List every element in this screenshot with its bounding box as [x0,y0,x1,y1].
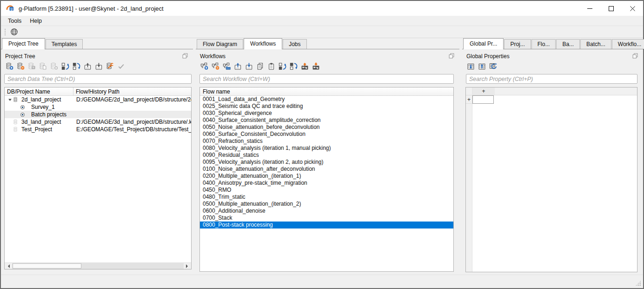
left-dock-titlebar: Project Tree [1,49,193,60]
horizontal-scrollbar[interactable] [5,262,191,269]
workflow-item-0080-velocity-analysis-iteration-1-manual-picking[interactable]: 0080_Velocity_analysis (iteration 1, man… [200,145,453,152]
tab-flow-diagram[interactable]: Flow Diagram [197,39,243,49]
close-button[interactable] [622,1,643,16]
copy-workflow-icon[interactable] [255,62,265,71]
upload-workflow-icon[interactable] [300,62,309,71]
tree-item-label: 3d_land_project [21,119,61,125]
tab-workflows[interactable]: Workflows [244,38,282,49]
workflow-rows: 0001_Load_data_and_Geometry0025_Seismic … [200,96,453,271]
close-database-icon[interactable] [49,62,59,71]
scrollbar-track[interactable] [12,263,184,269]
tree-item-label: Test_Project [21,126,52,133]
status-bar [1,275,643,288]
workflow-item-0800-post-stack-processing[interactable]: 0800_Post-stack processing [200,222,453,229]
workflow-item-0050-noise-attenuation-before-deconvolution[interactable]: 0050_Noise_attenuation_before_deconvolut… [200,124,453,131]
workflow-item-0200-multiple-attenuation-iteration-1[interactable]: 0200_Multiple_attenuation_(iteration_1) [200,173,453,180]
tree-row-2d-land-project[interactable]: 2d_land_projectD:/GEOMAGE/2d_land_projec… [5,96,191,103]
scroll-right-arrow[interactable] [184,263,191,269]
menu-help[interactable]: Help [26,17,46,25]
add-workflow-icon[interactable] [199,62,209,71]
scroll-left-arrow[interactable] [5,263,12,269]
workflow-item-0040-surface-consistent-amplitude-correction[interactable]: 0040_Surface_consistent_amplitude_correc… [200,117,453,124]
tree-row-batch-projects[interactable]: Batch projects [5,111,191,118]
minimize-button[interactable] [579,1,600,16]
expander-icon[interactable] [7,98,13,102]
tab-workflo[interactable]: Workflo... [612,39,644,49]
project-tree-table: DB/Project Name Flow/History Path 2d_lan… [4,87,192,269]
maximize-button[interactable] [600,1,622,16]
tab-project-tree[interactable]: Project Tree [2,38,45,49]
import-workflow-icon[interactable] [233,62,242,71]
workflow-item-0450-rmo[interactable]: 0450_RMO [200,187,453,194]
database-gray-icon [13,119,19,125]
workflow-item-0700-stack[interactable]: 0700_Stack [200,215,453,222]
column-header-db-project-name[interactable]: DB/Project Name [5,87,73,95]
sync-workflow-icon[interactable] [289,62,298,71]
workflow-item-0100-noise-attenuation-after-deconvolution[interactable]: 0100_Noise_attenuation_after_deconvoluti… [200,166,453,173]
tree-item-path: D:/GEOMAGE/2d_land_project/DB/structure/… [73,96,191,103]
grid-corner [466,87,472,95]
duplicate-database-icon[interactable] [38,62,47,71]
import-database-icon[interactable] [83,62,92,71]
search-data-tree-input[interactable] [4,74,192,84]
database-icon [13,97,19,103]
search-workflow-input[interactable] [199,74,454,84]
workflow-item-0030-spherical-divergence[interactable]: 0030_Spherical_divergence [200,110,453,117]
remove-workflow-icon[interactable] [211,62,220,71]
add-column-header[interactable]: + [472,87,495,95]
workflow-item-0070-refraction-statics[interactable]: 0070_Refraction_statics [200,138,453,145]
tab-proj[interactable]: Proj... [504,39,531,49]
tree-row-3d-land-project[interactable]: 3d_land_projectD:/GEOMAGE/3d_land_projec… [5,118,191,126]
validate-icon[interactable] [116,62,126,71]
menu-bar: ToolsHelp [1,16,643,26]
workflow-item-0500-multiple-attenuation-iteration-2[interactable]: 0500_Multiple_attenuation_(iteration_2) [200,201,453,208]
float-panel-icon[interactable] [182,53,189,60]
app-logo-icon: g [6,4,15,13]
open-workflow-icon[interactable] [222,62,231,71]
workflow-item-0600-additional-denoise[interactable]: 0600_Additional_denoise [200,208,453,215]
remove-database-icon[interactable] [16,62,25,71]
tree-row-survey-1[interactable]: Survey_1 [5,103,191,111]
add-database-icon[interactable] [5,62,14,71]
export-database-icon[interactable] [94,62,103,71]
tab-batch[interactable]: Batch... [580,39,611,49]
float-panel-icon[interactable] [632,53,639,60]
reload-properties-icon[interactable] [488,62,498,71]
sync-database-icon[interactable] [72,62,81,71]
radio-icon [20,112,26,118]
property-cell[interactable] [472,95,494,104]
tab-global-pr[interactable]: Global Pr... [463,38,504,49]
reload-workflow-icon[interactable] [278,62,287,71]
workflow-item-0060-surface-consistent-deconvolution[interactable]: 0060_Surface_Consistent_Deconvolution [200,131,453,138]
workflow-item-0095-velocity-analysis-iteration-2-auto-picking[interactable]: 0095_Velocity_analysis (iteration 2, aut… [200,159,453,166]
tab-jobs[interactable]: Jobs [283,39,306,49]
workflow-item-0025-seismic-data-qc-and-trace-editing[interactable]: 0025_Seismic data QC and trace editing [200,103,453,110]
toolbar-drag-handle[interactable] [4,28,7,36]
repair-database-icon[interactable] [105,62,114,71]
globe-icon[interactable] [9,27,19,37]
tab-flo[interactable]: Flo... [531,39,556,49]
tree-row-test-project[interactable]: Test_ProjectE:/GEOMAGE/Test_Project/DB/s… [5,126,191,133]
column-header-flow-history-path[interactable]: Flow/History Path [73,87,191,95]
reload-database-icon[interactable] [60,62,70,71]
main-toolbar-icons [9,27,19,37]
search-property-input[interactable] [466,74,637,84]
download-workflow-icon[interactable] [311,62,320,71]
workflow-item-0400-anisotrpy-pre-stack-time-migration[interactable]: 0400_Anisotrpy_pre-stack_time_migration [200,180,453,187]
workflow-item-0001-load-data-and-geometry[interactable]: 0001_Load_data_and_Geometry [200,96,453,103]
import-properties-icon[interactable] [466,62,475,71]
save-database-icon[interactable] [27,62,36,71]
paste-workflow-icon[interactable] [266,62,276,71]
workflow-item-0090-residual-statics[interactable]: 0090_Residual_statics [200,152,453,159]
scrollbar-thumb[interactable] [13,263,81,269]
menu-tools[interactable]: Tools [4,17,26,25]
add-row-header[interactable]: + [466,95,472,104]
tab-templates[interactable]: Templates [46,39,83,49]
export-properties-icon[interactable] [477,62,486,71]
float-panel-icon[interactable] [448,53,455,60]
tab-ba[interactable]: Ba... [556,39,580,49]
column-header-flow-name[interactable]: Flow name [200,87,453,96]
resize-grip[interactable] [635,280,641,286]
export-workflow-icon[interactable] [244,62,253,71]
workflow-item-0480-trim-static[interactable]: 0480_Trim_static [200,194,453,201]
